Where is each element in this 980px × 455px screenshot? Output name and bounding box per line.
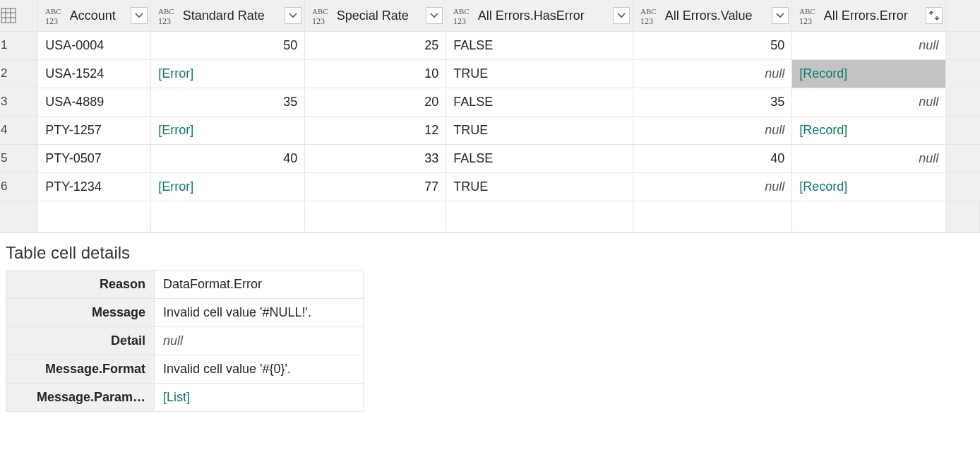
row-gutter xyxy=(946,88,980,116)
svg-text:123: 123 xyxy=(312,16,325,25)
cell[interactable]: 12 xyxy=(305,116,446,144)
cell[interactable]: FALSE xyxy=(446,31,633,59)
column-name: Special Rate xyxy=(337,8,409,22)
table-row[interactable]: 4PTY-1257[Error]12TRUEnull[Record] xyxy=(0,116,980,144)
cell[interactable]: [Error] xyxy=(151,116,305,144)
any-type-icon: ABC 123 xyxy=(639,6,659,25)
column-name: All Errors.Value xyxy=(665,8,753,22)
svg-text:123: 123 xyxy=(158,16,171,25)
cell[interactable]: 33 xyxy=(305,144,446,172)
cell[interactable]: TRUE xyxy=(446,59,633,88)
column-header[interactable]: ABC 123 Standard Rate xyxy=(151,0,305,31)
expand-icon xyxy=(928,11,940,20)
details-table: ReasonDataFormat.ErrorMessageInvalid cel… xyxy=(6,270,364,412)
row-number[interactable]: 5 xyxy=(0,144,38,172)
cell[interactable]: USA-1524 xyxy=(38,59,151,88)
cell[interactable]: 35 xyxy=(151,88,305,116)
column-header[interactable]: ABC 123 Special Rate xyxy=(305,0,446,31)
cell[interactable]: PTY-1257 xyxy=(38,116,151,144)
column-name: Account xyxy=(70,8,116,22)
column-header[interactable]: ABC 123 All Errors.HasError xyxy=(446,0,633,31)
detail-value: DataFormat.Error xyxy=(155,270,364,298)
cell[interactable]: null xyxy=(633,116,792,144)
detail-value[interactable]: [List] xyxy=(155,383,364,411)
filter-button[interactable] xyxy=(131,7,148,24)
cell[interactable]: 35 xyxy=(633,88,792,116)
detail-row: Message.FormatInvalid cell value '#{0}'. xyxy=(6,355,364,383)
chevron-down-icon xyxy=(430,13,438,18)
cell[interactable]: TRUE xyxy=(446,172,633,201)
cell[interactable]: PTY-0507 xyxy=(38,144,151,172)
detail-key: Message xyxy=(6,298,155,326)
cell[interactable]: FALSE xyxy=(446,88,633,116)
filter-button[interactable] xyxy=(772,7,789,24)
select-all-corner[interactable] xyxy=(0,0,38,31)
svg-text:ABC: ABC xyxy=(799,7,815,16)
svg-text:123: 123 xyxy=(45,16,58,25)
any-type-icon: ABC 123 xyxy=(157,6,177,25)
detail-value: Invalid cell value '#NULL!'. xyxy=(155,298,364,326)
row-number[interactable]: 4 xyxy=(0,116,38,144)
cell[interactable]: [Error] xyxy=(151,172,305,201)
column-header[interactable]: ABC 123 All Errors.Error xyxy=(792,0,946,31)
cell[interactable]: [Record] xyxy=(792,116,946,144)
table-row[interactable]: 1USA-00045025FALSE50null xyxy=(0,31,980,59)
filter-button[interactable] xyxy=(426,7,443,24)
cell[interactable]: PTY-1234 xyxy=(38,172,151,201)
column-name: All Errors.HasError xyxy=(478,8,585,22)
chevron-down-icon xyxy=(135,13,143,18)
any-type-icon: ABC 123 xyxy=(44,6,64,25)
table-row[interactable]: 5PTY-05074033FALSE40null xyxy=(0,144,980,172)
cell[interactable]: null xyxy=(792,88,946,116)
svg-text:123: 123 xyxy=(453,16,466,25)
row-gutter xyxy=(946,59,980,88)
row-number[interactable]: 6 xyxy=(0,172,38,201)
cell[interactable]: [Record] xyxy=(792,172,946,201)
details-title: Table cell details xyxy=(6,243,980,263)
chevron-down-icon xyxy=(617,13,626,18)
cell[interactable]: [Error] xyxy=(151,59,305,88)
cell[interactable]: [Record] xyxy=(792,59,946,88)
row-number[interactable]: 2 xyxy=(0,59,38,88)
cell[interactable]: null xyxy=(633,59,792,88)
detail-value: Invalid cell value '#{0}'. xyxy=(155,355,364,383)
svg-rect-0 xyxy=(1,8,16,23)
column-header[interactable]: ABC 123 All Errors.Value xyxy=(633,0,792,31)
row-gutter xyxy=(946,172,980,201)
cell[interactable]: 40 xyxy=(151,144,305,172)
cell[interactable]: null xyxy=(633,172,792,201)
table-row[interactable]: 6PTY-1234[Error]77TRUEnull[Record] xyxy=(0,172,980,201)
svg-text:123: 123 xyxy=(640,16,653,25)
cell[interactable]: 20 xyxy=(305,88,446,116)
cell[interactable]: 40 xyxy=(633,144,792,172)
table-row[interactable]: 3USA-48893520FALSE35null xyxy=(0,88,980,116)
column-header[interactable]: ABC 123 Account xyxy=(38,0,151,31)
chevron-down-icon xyxy=(289,13,297,18)
expand-button[interactable] xyxy=(926,7,943,24)
detail-value: null xyxy=(155,326,364,355)
cell[interactable]: 25 xyxy=(305,31,446,59)
cell[interactable]: FALSE xyxy=(446,144,633,172)
detail-key: Detail xyxy=(6,326,155,355)
data-grid: ABC 123 Account ABC 123 Standard Rate AB… xyxy=(0,0,980,233)
cell[interactable]: 50 xyxy=(151,31,305,59)
column-name: Standard Rate xyxy=(183,8,265,22)
cell[interactable]: USA-4889 xyxy=(38,88,151,116)
detail-row: Message.Param…[List] xyxy=(6,383,364,411)
table-row[interactable]: 2USA-1524[Error]10TRUEnull[Record] xyxy=(0,59,980,88)
row-number[interactable]: 3 xyxy=(0,88,38,116)
cell[interactable]: 10 xyxy=(305,59,446,88)
detail-key: Message.Param… xyxy=(6,383,155,411)
filter-button[interactable] xyxy=(613,7,630,24)
cell[interactable]: TRUE xyxy=(446,116,633,144)
svg-text:123: 123 xyxy=(799,16,812,25)
cell[interactable]: 77 xyxy=(305,172,446,201)
cell[interactable]: null xyxy=(792,144,946,172)
cell[interactable]: 50 xyxy=(633,31,792,59)
cell[interactable]: USA-0004 xyxy=(38,31,151,59)
filter-button[interactable] xyxy=(285,7,301,24)
cell[interactable]: null xyxy=(792,31,946,59)
row-number[interactable]: 1 xyxy=(0,31,38,59)
detail-row: Detailnull xyxy=(6,326,364,355)
any-type-icon: ABC 123 xyxy=(311,6,330,25)
